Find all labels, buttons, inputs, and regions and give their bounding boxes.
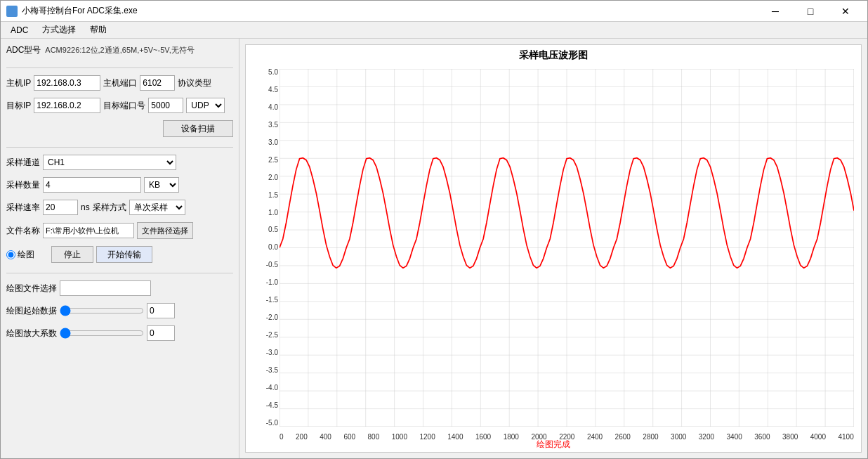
file-browse-button[interactable]: 文件路径选择 xyxy=(137,222,193,239)
y-label-n5: -5.0 xyxy=(266,420,278,427)
close-button[interactable]: ✕ xyxy=(829,1,862,22)
adc-type-label: ADC型号 xyxy=(6,44,41,56)
y-label-n15: -1.5 xyxy=(266,297,278,304)
scan-row: 设备扫描 xyxy=(6,120,233,137)
y-label-25: 2.5 xyxy=(268,157,278,164)
maximize-button[interactable]: □ xyxy=(794,1,827,22)
y-label-n2: -2.0 xyxy=(266,314,278,321)
target-ip-input[interactable] xyxy=(34,98,100,113)
main-window: 小梅哥控制台For ADC采集.exe ─ □ ✕ ADC 方式选择 帮助 AD… xyxy=(0,0,868,459)
rate-input[interactable] xyxy=(43,200,78,215)
quantity-input[interactable] xyxy=(43,177,141,193)
window-title: 小梅哥控制台For ADC采集.exe xyxy=(22,5,138,17)
y-label-n05: -0.5 xyxy=(266,261,278,269)
target-ip-label: 目标IP xyxy=(6,100,31,112)
quantity-unit-select[interactable]: KB MB xyxy=(144,177,179,193)
right-panel: 采样电压波形图 5.0 4.5 4.0 3.5 3.0 2.5 2.0 1.5 … xyxy=(239,39,867,458)
left-panel: ADC型号 ACM9226:12位,2通道,65M,+5V~-5V,无符号 主机… xyxy=(1,39,239,458)
file-label: 文件名称 xyxy=(6,225,40,237)
y-label-0: 0.0 xyxy=(268,244,278,251)
y-label-n25: -2.5 xyxy=(266,332,278,339)
y-axis-labels: 5.0 4.5 4.0 3.5 3.0 2.5 2.0 1.5 1.0 0.5 … xyxy=(249,69,278,427)
rate-unit: ns xyxy=(81,202,90,212)
title-bar-left: 小梅哥控制台For ADC采集.exe xyxy=(6,5,138,17)
y-label-5: 5.0 xyxy=(268,69,278,76)
chart-container: 采样电压波形图 5.0 4.5 4.0 3.5 3.0 2.5 2.0 1.5 … xyxy=(245,44,862,453)
host-ip-row: 主机IP 主机端口 协议类型 xyxy=(6,75,233,91)
protocol-select[interactable]: UDP TCP xyxy=(186,98,225,113)
chart-title: 采样电压波形图 xyxy=(246,49,861,62)
mode-label: 采样方式 xyxy=(93,202,126,214)
y-label-n4: -4.0 xyxy=(266,384,278,392)
target-port-label: 目标端口号 xyxy=(103,100,145,112)
plot-start-row: 绘图起始数据 xyxy=(6,303,233,318)
channel-select[interactable]: CH1 CH2 xyxy=(43,155,176,170)
y-label-45: 4.5 xyxy=(268,86,278,93)
host-port-label: 主机端口 xyxy=(103,77,137,89)
plot-start-input[interactable] xyxy=(147,303,175,318)
mode-select[interactable]: 单次采样 连续采样 xyxy=(129,200,185,215)
y-label-05: 0.5 xyxy=(268,226,278,233)
scan-button[interactable]: 设备扫描 xyxy=(163,120,233,137)
menu-bar: ADC 方式选择 帮助 xyxy=(1,22,867,39)
host-port-input[interactable] xyxy=(140,75,175,91)
host-ip-label: 主机IP xyxy=(6,77,31,89)
host-ip-input[interactable] xyxy=(34,75,100,91)
quantity-label: 采样数量 xyxy=(6,179,40,191)
channel-label: 采样通道 xyxy=(6,157,40,169)
y-label-2: 2.0 xyxy=(268,174,278,181)
target-ip-row: 目标IP 目标端口号 UDP TCP xyxy=(6,98,233,113)
adc-type-value: ACM9226:12位,2通道,65M,+5V~-5V,无符号 xyxy=(45,45,194,56)
menu-mode[interactable]: 方式选择 xyxy=(35,22,83,37)
adc-type-row: ADC型号 ACM9226:12位,2通道,65M,+5V~-5V,无符号 xyxy=(6,44,233,56)
minimize-button[interactable]: ─ xyxy=(759,1,791,22)
menu-help[interactable]: 帮助 xyxy=(83,22,114,37)
stop-button[interactable]: 停止 xyxy=(51,246,93,263)
y-label-3: 3.0 xyxy=(268,139,278,146)
plot-file-input[interactable] xyxy=(60,280,151,296)
title-bar-controls: ─ □ ✕ xyxy=(759,1,862,22)
target-port-input[interactable] xyxy=(148,98,183,113)
chart-svg xyxy=(280,69,854,427)
rate-label: 采样速率 xyxy=(6,202,40,214)
plot-file-label: 绘图文件选择 xyxy=(6,283,57,295)
plot-file-row: 绘图文件选择 xyxy=(6,280,233,296)
quantity-row: 采样数量 KB MB xyxy=(6,177,233,193)
draw-radio-label[interactable]: 绘图 xyxy=(6,249,34,261)
title-bar: 小梅哥控制台For ADC采集.exe ─ □ ✕ xyxy=(1,1,867,22)
y-label-n45: -4.5 xyxy=(266,402,278,409)
rate-row: 采样速率 ns 采样方式 单次采样 连续采样 xyxy=(6,200,233,215)
y-label-n3: -3.0 xyxy=(266,349,278,356)
y-label-15: 1.5 xyxy=(268,192,278,199)
plot-scale-slider[interactable] xyxy=(60,328,144,339)
control-row: 绘图 停止 开始传输 xyxy=(6,246,233,263)
file-row: 文件名称 文件路径选择 xyxy=(6,222,233,239)
draw-radio[interactable] xyxy=(6,250,15,259)
app-icon xyxy=(6,6,18,17)
chart-svg-container xyxy=(280,69,854,427)
menu-adc[interactable]: ADC xyxy=(4,24,35,37)
y-label-n1: -1.0 xyxy=(266,279,278,286)
plot-start-label: 绘图起始数据 xyxy=(6,305,57,317)
plot-scale-input[interactable] xyxy=(147,325,175,341)
plot-scale-label: 绘图放大系数 xyxy=(6,328,57,340)
channel-row: 采样通道 CH1 CH2 xyxy=(6,155,233,170)
y-label-35: 3.5 xyxy=(268,122,278,129)
start-button[interactable]: 开始传输 xyxy=(96,246,152,263)
main-content: ADC型号 ACM9226:12位,2通道,65M,+5V~-5V,无符号 主机… xyxy=(1,39,867,458)
v-grid xyxy=(280,69,854,427)
y-label-1: 1.0 xyxy=(268,209,278,216)
plot-start-slider[interactable] xyxy=(60,305,144,316)
file-input[interactable] xyxy=(43,223,134,238)
protocol-label: 协议类型 xyxy=(178,77,211,89)
y-label-n35: -3.5 xyxy=(266,367,278,374)
draw-label: 绘图 xyxy=(18,249,34,261)
y-label-4: 4.0 xyxy=(268,104,278,111)
plot-scale-row: 绘图放大系数 xyxy=(6,325,233,341)
chart-footer: 绘图完成 xyxy=(246,439,861,451)
